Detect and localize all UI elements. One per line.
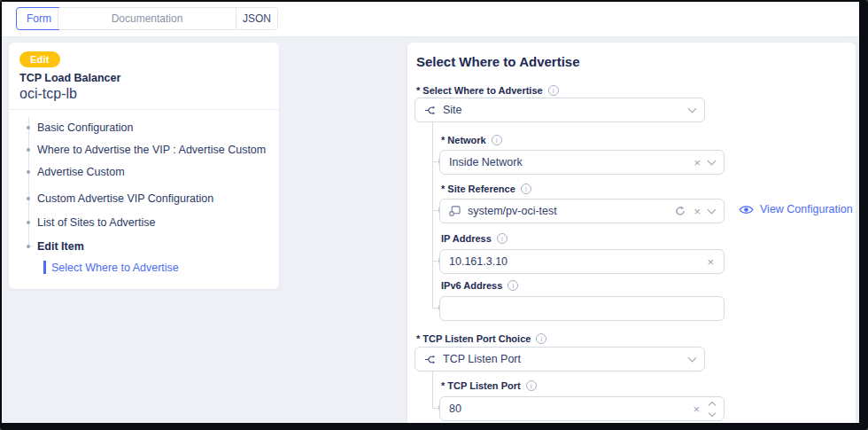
nav-item-where-to-advertise-vip[interactable]: Where to Advertise the VIP : Advertise C… (9, 143, 279, 157)
app-screen: Form Documentation JSON Edit TCP Load Ba… (2, 2, 859, 423)
object-type-label: TCP Load Balancer (19, 72, 120, 84)
tcp-listen-port-input[interactable] (449, 403, 685, 415)
ipv6-address-label: IPv6 Address i (441, 280, 518, 291)
connector-arrow (432, 308, 438, 309)
tcp-listen-port-choice-dropdown[interactable]: TCP Listen Port (415, 347, 705, 371)
info-icon[interactable]: i (521, 184, 531, 194)
site-reference-label: * Site Reference i (441, 184, 531, 194)
chevron-right-icon (857, 205, 859, 214)
ip-address-input[interactable] (449, 255, 699, 268)
select-where-label: * Select Where to Advertise i (416, 85, 559, 96)
clear-icon[interactable]: × (706, 256, 715, 268)
ipv6-address-input[interactable] (449, 302, 715, 315)
nav-item-custom-advertise-vip-configuration[interactable]: Custom Advertise VIP Configuration (9, 192, 279, 206)
tab-form[interactable]: Form (16, 7, 62, 30)
nav-item-edit-item[interactable]: Edit Item (9, 239, 279, 254)
clear-icon[interactable]: × (693, 157, 701, 168)
info-icon[interactable]: i (526, 380, 537, 391)
nav-item-advertise-custom[interactable]: Advertise Custom (9, 165, 279, 179)
reference-object-icon (449, 206, 461, 216)
connector-arrow (432, 408, 438, 409)
screenshot-frame: Form Documentation JSON Edit TCP Load Ba… (0, 0, 868, 430)
stepper-up-icon[interactable] (709, 401, 716, 408)
info-icon[interactable]: i (508, 280, 518, 291)
tab-json[interactable]: JSON (236, 8, 277, 29)
network-select[interactable]: Inside Network × (439, 150, 725, 175)
tcp-listen-port-label: * TCP Listen Port i (441, 380, 537, 391)
network-label: * Network i (441, 135, 502, 145)
oneof-branch-icon (424, 354, 436, 365)
chevron-down-icon[interactable] (688, 105, 697, 113)
chevron-down-icon[interactable] (708, 206, 717, 215)
info-icon[interactable]: i (497, 233, 508, 244)
ip-address-field: × (439, 249, 725, 274)
nav-item-basic-configuration[interactable]: Basic Configuration (9, 121, 279, 135)
view-configuration-link[interactable]: View Configuration (739, 203, 859, 215)
number-stepper[interactable] (708, 403, 715, 416)
bullet-icon (27, 126, 30, 129)
tab-group: Documentation JSON (58, 7, 278, 30)
tcp-listen-port-choice-label: * TCP Listen Port Choice i (416, 333, 546, 344)
connector-arrow (432, 161, 438, 162)
form-nav-panel: Edit TCP Load Balancer oci-tcp-lb Basic … (9, 43, 279, 289)
stepper-down-icon[interactable] (709, 409, 716, 416)
refresh-icon[interactable] (675, 206, 686, 216)
active-indicator-bar (43, 261, 46, 274)
info-icon[interactable]: i (536, 333, 546, 344)
connector-line (432, 371, 433, 408)
connector-arrow (432, 261, 438, 262)
select-where-panel: Select Where to Advertise * Select Where… (407, 43, 856, 423)
oneof-branch-icon (424, 105, 436, 116)
tcp-listen-port-field: × (439, 396, 725, 421)
bullet-icon (27, 245, 30, 248)
bullet-icon (27, 170, 30, 174)
clear-icon[interactable]: × (692, 403, 701, 415)
site-reference-select[interactable]: system/pv-oci-test × (439, 199, 725, 223)
eye-icon (739, 204, 754, 215)
select-where-dropdown[interactable]: Site (415, 98, 705, 122)
connector-arrow (432, 210, 438, 211)
info-icon[interactable]: i (492, 135, 502, 145)
object-name: oci-tcp-lb (19, 86, 77, 102)
divider (9, 109, 279, 110)
ipv6-address-field (439, 296, 725, 321)
bullet-icon (27, 221, 30, 224)
nav-item-list-of-sites-to-advertise[interactable]: List of Sites to Advertise (9, 215, 279, 230)
chevron-down-icon[interactable] (708, 157, 717, 166)
panel-title: Select Where to Advertise (416, 54, 580, 69)
tab-documentation[interactable]: Documentation (58, 8, 236, 29)
chevron-down-icon[interactable] (688, 354, 697, 363)
ip-address-label: IP Address i (441, 233, 508, 244)
bullet-icon (27, 148, 30, 152)
nav-item-select-where-to-advertise[interactable]: Select Where to Advertise (9, 260, 279, 276)
clear-icon[interactable]: × (693, 206, 701, 217)
bullet-icon (27, 197, 30, 200)
edit-badge: Edit (19, 51, 60, 67)
view-switcher-bar: Form Documentation JSON (2, 2, 859, 37)
info-icon[interactable]: i (548, 85, 559, 96)
connector-line (432, 122, 433, 308)
